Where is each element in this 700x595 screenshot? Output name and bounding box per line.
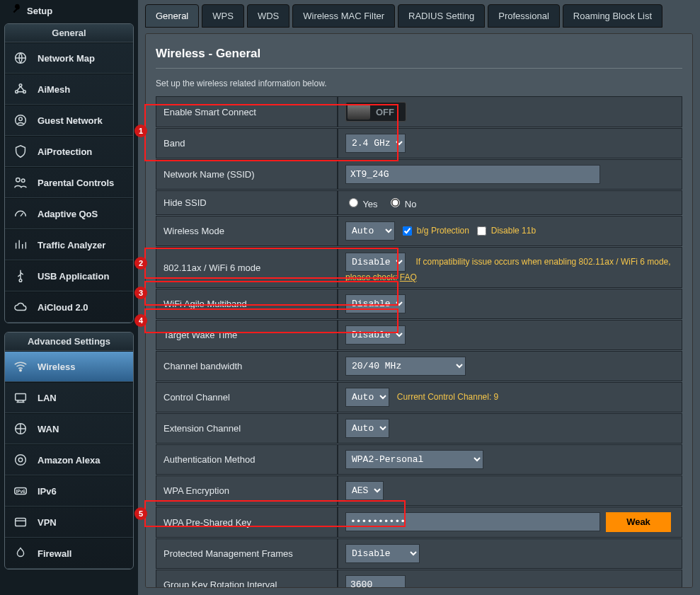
panel-title: Wireless - General	[156, 47, 682, 69]
sidebar-item-label: Guest Network	[38, 115, 103, 126]
hide-ssid-no-radio[interactable]	[391, 198, 400, 207]
sidebar-item-label: AiProtection	[38, 146, 92, 157]
sidebar-item-parental-controls[interactable]: Parental Controls	[5, 167, 133, 198]
sidebar-item-label: Firewall	[38, 548, 71, 559]
agile-multiband-label: WiFi Agile Multiband	[156, 289, 338, 319]
group-key-interval-label: Group Key Rotation Interval	[156, 570, 338, 588]
sidebar-advanced-title: Advanced Settings	[5, 333, 133, 351]
svg-point-6	[16, 178, 20, 183]
panel-subtitle: Set up the wireless related information …	[156, 69, 682, 96]
pmf-label: Protected Management Frames	[156, 538, 338, 569]
channel-bandwidth-select[interactable]: 20/40 MHz	[345, 357, 466, 376]
tab-wds[interactable]: WDS	[247, 4, 289, 28]
wpa-encryption-label: WPA Encryption	[156, 475, 338, 506]
usb-icon	[11, 268, 30, 284]
sidebar-item-lan[interactable]: LAN	[5, 382, 133, 413]
sidebar-item-firewall[interactable]: Firewall	[5, 538, 133, 569]
sidebar: Setup General Network Map AiMesh Guest N…	[0, 0, 138, 595]
tab-wps[interactable]: WPS	[202, 4, 244, 28]
band-select[interactable]: 2.4 GHz	[345, 134, 406, 153]
target-wake-time-select[interactable]: Disable	[345, 325, 406, 345]
toggle-knob	[348, 104, 370, 120]
sidebar-item-aicloud[interactable]: AiCloud 2.0	[5, 291, 133, 323]
sidebar-advanced-panel: Advanced Settings Wireless LAN WAN Amazo…	[4, 332, 134, 570]
wpa-psk-input[interactable]	[345, 512, 600, 531]
control-channel-select[interactable]: Auto	[345, 388, 389, 407]
cloud-icon	[11, 299, 30, 315]
ssid-label: Network Name (SSID)	[156, 159, 338, 190]
wifi6-mode-select[interactable]: Disable	[345, 253, 406, 272]
firewall-icon	[11, 545, 30, 561]
band-label: Band	[156, 128, 338, 158]
sidebar-item-wireless[interactable]: Wireless	[5, 351, 133, 382]
extension-channel-select[interactable]: Auto	[345, 419, 389, 438]
globe-network-icon	[11, 50, 30, 66]
sidebar-item-guest-network[interactable]: Guest Network	[5, 105, 133, 136]
toggle-state-label: OFF	[372, 107, 398, 117]
mesh-icon	[11, 81, 30, 97]
wpa-encryption-select[interactable]: AES	[345, 481, 384, 500]
svg-point-8	[19, 279, 22, 282]
sidebar-item-label: Amazon Alexa	[38, 455, 100, 466]
gauge-icon	[11, 206, 30, 221]
sidebar-item-network-map[interactable]: Network Map	[5, 42, 133, 74]
ipv6-icon: IPv6	[11, 483, 30, 499]
tab-radius-setting[interactable]: RADIUS Setting	[398, 4, 485, 28]
tab-roaming-block-list[interactable]: Roaming Block List	[563, 4, 662, 28]
agile-multiband-select[interactable]: Disable	[345, 294, 406, 313]
lan-icon	[11, 390, 30, 405]
sidebar-item-label: AiMesh	[38, 84, 70, 95]
disable-11b-checkbox[interactable]	[477, 226, 486, 236]
hide-ssid-yes-label: Yes	[362, 199, 377, 209]
wifi6-faq-link[interactable]: FAQ	[400, 272, 417, 282]
smart-connect-toggle[interactable]: OFF	[345, 102, 406, 122]
auth-method-select[interactable]: WPA2-Personal	[345, 450, 483, 469]
hide-ssid-yes-radio[interactable]	[349, 198, 358, 207]
content-panel: Wireless - General Set up the wireless r…	[145, 33, 693, 588]
tab-wireless-mac-filter[interactable]: Wireless MAC Filter	[292, 4, 395, 28]
svg-point-13	[18, 458, 23, 462]
sidebar-item-aiprotection[interactable]: AiProtection	[5, 136, 133, 167]
pmf-select[interactable]: Disable	[345, 544, 420, 563]
group-key-interval-input[interactable]	[345, 575, 406, 588]
channel-bandwidth-label: Channel bandwidth	[156, 351, 338, 381]
sidebar-item-amazon-alexa[interactable]: Amazon Alexa	[5, 444, 133, 475]
sidebar-item-wan[interactable]: WAN	[5, 413, 133, 444]
target-wake-time-label: Target Wake Time	[156, 320, 338, 350]
sidebar-item-ipv6[interactable]: IPv6 IPv6	[5, 475, 133, 507]
psk-strength-badge: Weak	[606, 512, 671, 532]
wireless-mode-select[interactable]: Auto	[345, 221, 395, 241]
sidebar-item-label: Adaptive QoS	[38, 209, 98, 219]
alexa-icon	[11, 452, 30, 468]
sidebar-item-usb-application[interactable]: USB Application	[5, 260, 133, 291]
svg-rect-10	[16, 394, 26, 400]
family-icon	[11, 175, 30, 190]
sidebar-item-label: Wireless	[38, 362, 75, 372]
sidebar-item-label: Parental Controls	[38, 178, 114, 188]
hide-ssid-no-label: No	[405, 199, 417, 209]
auth-method-label: Authentication Method	[156, 444, 338, 475]
wireless-mode-label: Wireless Mode	[156, 216, 338, 246]
sidebar-item-label: IPv6	[38, 486, 57, 497]
main-area: 1 2 3 4 5 General WPS WDS Wireless MAC F…	[138, 0, 700, 595]
hide-ssid-yes-option[interactable]: Yes	[345, 199, 378, 209]
bg-protection-label: b/g Protection	[417, 226, 469, 236]
svg-rect-16	[16, 519, 26, 526]
tab-professional[interactable]: Professional	[488, 4, 560, 28]
svg-point-12	[16, 455, 26, 466]
sidebar-top-item[interactable]: Setup	[4, 3, 134, 23]
hide-ssid-no-option[interactable]: No	[387, 199, 416, 209]
sidebar-item-aimesh[interactable]: AiMesh	[5, 74, 133, 105]
vpn-icon	[11, 514, 30, 530]
bg-protection-checkbox[interactable]	[403, 226, 412, 236]
tab-general[interactable]: General	[145, 4, 199, 28]
sidebar-top-label: Setup	[27, 6, 52, 16]
sidebar-item-vpn[interactable]: VPN	[5, 507, 133, 538]
sidebar-general-title: General	[5, 24, 133, 42]
disable-11b-label: Disable 11b	[491, 226, 536, 236]
smart-connect-label: Enable Smart Connect	[156, 96, 338, 127]
sidebar-item-label: USB Application	[38, 271, 109, 282]
sidebar-item-adaptive-qos[interactable]: Adaptive QoS	[5, 198, 133, 229]
ssid-input[interactable]	[345, 165, 600, 184]
sidebar-item-traffic-analyzer[interactable]: Traffic Analyzer	[5, 229, 133, 260]
